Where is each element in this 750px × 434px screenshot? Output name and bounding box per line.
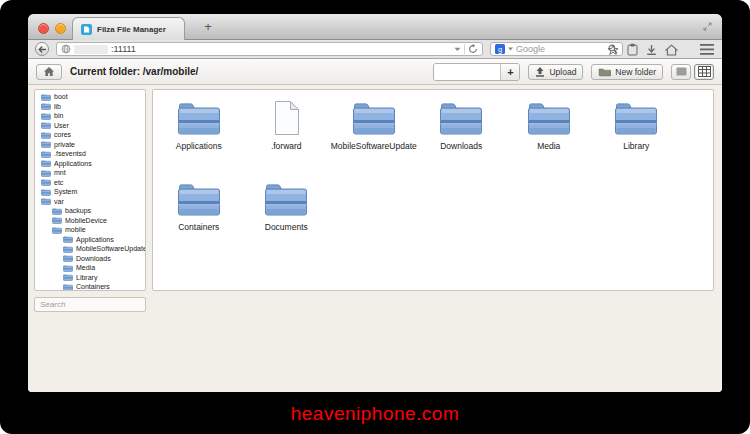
sidebar-item-label: Applications (76, 236, 114, 243)
file-item-applications[interactable]: Applications (155, 100, 243, 151)
file-item-label: .forward (271, 141, 302, 151)
folder-icon (52, 216, 62, 224)
add-button[interactable]: + (500, 64, 519, 80)
file-item-media[interactable]: Media (505, 100, 593, 151)
folder-icon (176, 181, 222, 217)
close-window-button[interactable] (38, 23, 49, 34)
sidebar-item-boot[interactable]: boot (35, 92, 145, 102)
sidebar-item-label: etc (54, 179, 63, 186)
sidebar-item-lib[interactable]: lib (35, 102, 145, 112)
sidebar-item-private[interactable]: private (35, 140, 145, 150)
grid-view-icon (698, 66, 711, 77)
browser-tab-filza[interactable]: Filza File Manager (72, 17, 185, 40)
sidebar-item-label: cores (54, 131, 71, 138)
sidebar-item-mobilesoftwareupdate[interactable]: MobileSoftwareUpdate (35, 244, 145, 254)
file-grid: Applications.forwardMobileSoftwareUpdate… (152, 89, 714, 291)
navbar-action-icons (607, 43, 714, 56)
filza-page: Current folder: /var/mobile/ + Upload (28, 59, 722, 392)
sidebar-item-label: MobileSoftwareUpdate (76, 245, 145, 252)
chevron-down-icon[interactable] (454, 47, 461, 52)
folder-icon (63, 283, 73, 291)
new-tab-button[interactable]: + (200, 19, 216, 34)
sidebar-item-user[interactable]: User (35, 121, 145, 131)
sidebar-item-cores[interactable]: cores (35, 130, 145, 140)
sidebar-item-fseventsd[interactable]: .fseventsd (35, 149, 145, 159)
browser-search-bar[interactable]: g Google (490, 42, 623, 56)
file-item-label: Library (623, 141, 649, 151)
folder-icon (41, 150, 51, 158)
tab-title: Filza File Manager (97, 25, 166, 34)
folder-icon (263, 181, 309, 217)
sidebar-item-label: MobileDevice (65, 217, 107, 224)
grid-view-button[interactable] (694, 64, 714, 80)
list-view-icon (676, 67, 687, 76)
bookmark-star-icon[interactable] (607, 44, 619, 56)
fullscreen-icon[interactable] (703, 22, 712, 31)
folder-icon (52, 207, 62, 215)
file-item-label: Media (537, 141, 560, 151)
folder-icon (41, 112, 51, 120)
browser-navbar: :11111 g Google (28, 40, 722, 59)
back-button[interactable] (35, 42, 49, 56)
file-item-downloads[interactable]: Downloads (418, 100, 506, 151)
sidebar-item-system[interactable]: System (35, 187, 145, 197)
clipboard-icon[interactable] (627, 43, 638, 56)
folder-icon (63, 273, 73, 281)
svg-text:g: g (498, 45, 502, 54)
sidebar-item-library[interactable]: Library (35, 273, 145, 283)
sidebar-item-label: Downloads (76, 255, 111, 262)
home-icon[interactable] (665, 44, 678, 56)
sidebar-item-containers[interactable]: Containers (35, 282, 145, 291)
new-folder-icon (598, 67, 611, 77)
folder-icon (41, 93, 51, 101)
sidebar-item-media[interactable]: Media (35, 263, 145, 273)
sidebar-search (34, 293, 146, 308)
sidebar-item-downloads[interactable]: Downloads (35, 254, 145, 264)
folder-icon (52, 226, 62, 234)
toolbar-search-group: + (433, 63, 520, 81)
minimize-window-button[interactable] (55, 23, 66, 34)
toolbar-search-input[interactable] (434, 64, 500, 80)
sidebar-item-backups[interactable]: backups (35, 206, 145, 216)
folder-icon (176, 100, 222, 136)
screenshot-background: Filza File Manager + :11111 (0, 0, 750, 434)
folder-icon (41, 159, 51, 167)
current-folder-label: Current folder: /var/mobile/ (70, 66, 198, 77)
file-item-mobilesoftwareupdate[interactable]: MobileSoftwareUpdate (330, 100, 418, 151)
new-folder-button[interactable]: New folder (591, 64, 663, 80)
upload-icon (535, 67, 545, 77)
reload-icon[interactable] (468, 44, 478, 54)
sidebar-item-label: mobile (65, 226, 86, 233)
sidebar-item-label: private (54, 141, 75, 148)
sidebar-item-applications[interactable]: Applications (35, 159, 145, 169)
folder-icon (526, 100, 572, 136)
sidebar-item-mobiledevice[interactable]: MobileDevice (35, 216, 145, 226)
sidebar-search-input[interactable] (34, 297, 146, 312)
list-view-button[interactable] (671, 64, 691, 80)
file-item-documents[interactable]: Documents (243, 181, 331, 232)
sidebar-item-mobile[interactable]: mobile (35, 225, 145, 235)
upload-button[interactable]: Upload (528, 64, 583, 80)
filza-toolbar: Current folder: /var/mobile/ + Upload (28, 59, 722, 85)
filza-favicon-icon (81, 24, 92, 35)
sidebar-item-bin[interactable]: bin (35, 111, 145, 121)
file-item-label: Applications (176, 141, 222, 151)
folder-icon (63, 264, 73, 272)
sidebar-item-etc[interactable]: etc (35, 178, 145, 188)
globe-icon (61, 44, 71, 54)
sidebar-item-var[interactable]: var (35, 197, 145, 207)
browser-window: Filza File Manager + :11111 (28, 14, 722, 392)
file-item-containers[interactable]: Containers (155, 181, 243, 232)
folder-icon (613, 100, 659, 136)
menu-icon[interactable] (700, 44, 714, 55)
search-engine-dropdown-icon[interactable] (508, 47, 513, 51)
home-folder-button[interactable] (36, 64, 62, 80)
folder-icon (438, 100, 484, 136)
file-item-library[interactable]: Library (593, 100, 681, 151)
sidebar-item-applications[interactable]: Applications (35, 235, 145, 245)
file-item-label: Documents (265, 222, 308, 232)
sidebar-item-mnt[interactable]: mnt (35, 168, 145, 178)
file-item-forward[interactable]: .forward (243, 100, 331, 151)
url-bar[interactable]: :11111 (56, 42, 483, 56)
downloads-icon[interactable] (646, 44, 657, 56)
